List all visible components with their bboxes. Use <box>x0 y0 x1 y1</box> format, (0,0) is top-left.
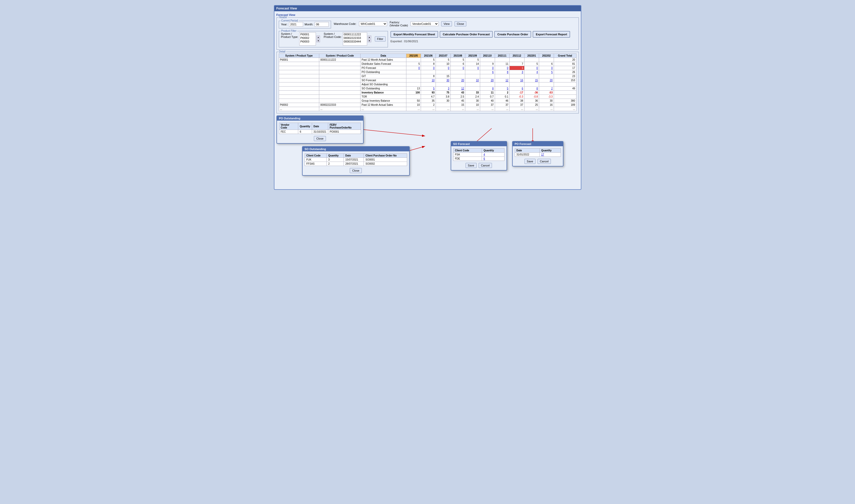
cell-so-forecast[interactable]: 10 <box>465 78 480 83</box>
cell-so-forecast[interactable]: 12 <box>495 78 510 83</box>
cell-quantity[interactable]: 6 <box>482 157 504 161</box>
cell-po-forecast[interactable]: 0 <box>436 66 451 70</box>
month-input[interactable] <box>315 22 329 26</box>
cell-po-forecast[interactable]: 0 <box>524 66 539 70</box>
so-forecast-cancel-button[interactable]: Cancel <box>479 163 492 168</box>
cell-so-forecast[interactable]: 15 <box>524 78 539 83</box>
cell-po-forecast[interactable]: 0 <box>480 66 495 70</box>
cell-po-forecast[interactable]: 0 <box>539 66 554 70</box>
cell-po-outstanding[interactable]: 5 <box>539 70 554 74</box>
cell-so-outstanding[interactable]: 5 <box>421 87 436 91</box>
cell-value: ... <box>480 107 495 111</box>
cell-po-forecast[interactable]: 0 <box>450 66 465 70</box>
cell-product-code: 00002222333 <box>319 103 360 107</box>
current-period-box: Current Period Year: Month: <box>279 21 331 29</box>
cell-value: ... <box>465 107 480 111</box>
so-outstanding-close-button[interactable]: Close <box>350 168 361 173</box>
cell-vendor-code: FEC <box>279 130 298 134</box>
cell-po-forecast[interactable]: 0 <box>465 66 480 70</box>
cell-quantity[interactable]: 17 <box>539 152 560 157</box>
cell-po-forecast-red[interactable]: 1 <box>510 66 524 70</box>
cell-quantity: 6 <box>298 130 312 134</box>
so-forecast-save-button[interactable]: Save <box>466 163 477 168</box>
cell-po-outstanding[interactable]: 3 <box>510 70 524 74</box>
cell-value: ... <box>406 107 421 111</box>
po-outstanding-close-button[interactable]: Close <box>314 136 326 141</box>
cell-value: -17 <box>510 91 524 95</box>
cell-so-forecast[interactable]: 30 <box>436 78 451 83</box>
cell-value <box>450 70 465 74</box>
cell-product-code <box>319 74 360 78</box>
cell-value <box>510 83 524 87</box>
table-row: ... ... ... ... ... ... ... ... ... ... … <box>279 107 576 111</box>
cell-value <box>480 74 495 78</box>
cell-value: 3.8 <box>436 95 451 99</box>
type-scroll-down[interactable]: ▼ <box>317 39 320 42</box>
po-outstanding-title: PO Outstanding <box>277 116 363 121</box>
cell-product-code: 00001111222 <box>319 58 360 62</box>
cell-so-forecast[interactable]: 20 <box>539 78 554 83</box>
po-forecast-save-button[interactable]: Save <box>524 159 535 164</box>
cell-so-outstanding[interactable]: 8 <box>524 87 539 91</box>
cell-po-forecast[interactable]: 0 <box>421 66 436 70</box>
cell-value: ... <box>450 107 465 111</box>
col-date: Date <box>515 148 539 152</box>
cell-value <box>524 83 539 87</box>
cell-so-outstanding[interactable]: 3 <box>436 87 451 91</box>
cell-po-outstanding[interactable]: 8 <box>495 70 510 74</box>
cell-value: 33 <box>465 91 480 95</box>
view-button[interactable]: View <box>441 21 452 26</box>
cell-po-forecast[interactable]: 0 <box>406 66 421 70</box>
calculate-po-button[interactable]: Calculate Purchase Order Forecast <box>440 31 493 38</box>
close-button[interactable]: Close <box>455 21 466 26</box>
po-forecast-cancel-button[interactable]: Cancel <box>537 159 551 164</box>
table-row: SO Forecast 10 30 20 10 20 12 16 15 20 1… <box>279 78 576 83</box>
code-scroll-down[interactable]: ▼ <box>368 39 371 42</box>
po-outstanding-popup: PO Outstanding Vendor Code Quantity Date… <box>277 115 363 144</box>
code-scroll-up[interactable]: ▲ <box>368 36 371 39</box>
year-input[interactable] <box>289 22 303 26</box>
type-scroll-up[interactable]: ▲ <box>317 36 320 39</box>
cell-value <box>554 95 576 99</box>
cell-so-outstanding[interactable]: 5 <box>495 87 510 91</box>
po-outstanding-table: Vendor Code Quantity Date FEBV PurchaseO… <box>279 123 361 134</box>
cell-value <box>539 83 554 87</box>
cell-po-outstanding[interactable]: 6 <box>480 70 495 74</box>
cell-po-outstanding[interactable]: 4 <box>524 70 539 74</box>
export-forecast-button[interactable]: Export Forecast Report <box>533 31 570 38</box>
cell-value: -0.8 <box>524 95 539 99</box>
filter-button[interactable]: Filter <box>375 36 386 41</box>
cell-quantity: 2 <box>327 162 344 166</box>
cell-so-forecast[interactable]: 20 <box>450 78 465 83</box>
col-header-202109: 202109 <box>465 54 480 58</box>
factory-select[interactable]: VendorCode01 <box>410 21 439 26</box>
cell-client-code: FFSAS <box>305 162 327 166</box>
cell-so-outstanding[interactable]: 12 <box>450 87 465 91</box>
product-filter-box: Product Filter System /Product Type: Pt0… <box>279 31 388 48</box>
cell-value: 37 <box>495 103 510 107</box>
cell-so-forecast[interactable]: 10 <box>421 78 436 83</box>
cell-value <box>465 87 480 91</box>
cell-po-forecast[interactable]: 0 <box>495 66 510 70</box>
product-code-listbox[interactable]: 00001111222 00002222333 00003333444 <box>343 32 367 46</box>
cell-so-outstanding[interactable]: 8 <box>480 87 495 91</box>
cell-value: 81 <box>554 62 576 66</box>
warehouse-select[interactable]: WHCode01 <box>359 21 387 26</box>
cell-value <box>510 74 524 78</box>
cell-value: 36 <box>524 99 539 103</box>
create-po-button[interactable]: Create Purchase Order <box>494 31 531 38</box>
cell-so-outstanding[interactable]: 2 <box>539 87 554 91</box>
product-type-listbox[interactable]: Pt0001 Pt0002 Pt0003 <box>299 32 316 46</box>
cell-quantity[interactable]: 4 <box>482 152 504 157</box>
export-monthly-button[interactable]: Export Monthly Forecast Sheet <box>391 31 438 38</box>
cell-so-forecast[interactable]: 20 <box>480 78 495 83</box>
cell-product-type: Pt0001 <box>279 58 319 62</box>
cell-product-code <box>319 66 360 70</box>
cell-so-outstanding[interactable]: 6 <box>510 87 524 91</box>
cell-value: 37 <box>480 103 495 107</box>
cell-data-label: Past 12 Month Actual Sales <box>360 58 406 62</box>
cell-value: 30 <box>436 99 451 103</box>
cell-so-forecast[interactable]: 16 <box>510 78 524 83</box>
cell-product-code <box>319 70 360 74</box>
cell-value: 11 <box>495 62 510 66</box>
